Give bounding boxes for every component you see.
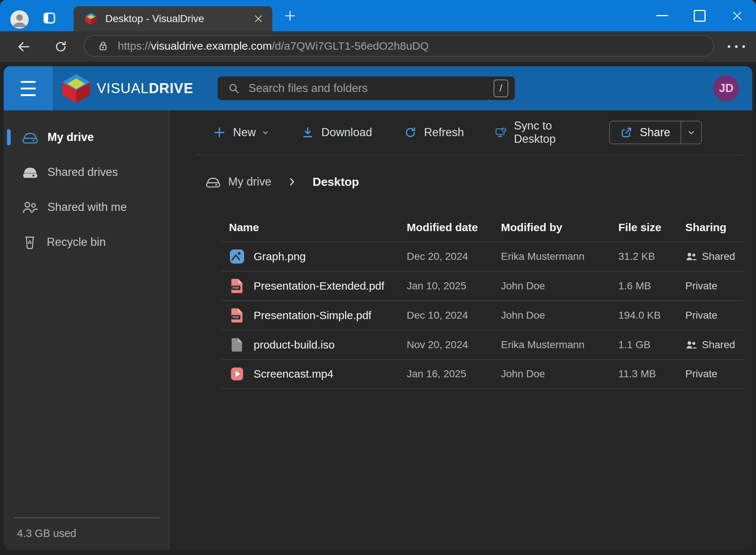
file-name: Presentation-Simple.pdf bbox=[254, 309, 371, 322]
download-button[interactable]: Download bbox=[301, 126, 372, 139]
search-bar[interactable]: / bbox=[218, 77, 515, 100]
close-button[interactable] bbox=[718, 0, 756, 31]
app-header: VISUALDRIVE / JD bbox=[4, 66, 752, 110]
user-avatar[interactable]: JD bbox=[713, 75, 739, 101]
sidebar-divider bbox=[14, 517, 160, 518]
video-file-icon bbox=[229, 366, 245, 382]
browser-tab[interactable]: Desktop - VisualDrive bbox=[74, 6, 272, 31]
refresh-icon bbox=[404, 126, 417, 139]
browser-profile-avatar[interactable] bbox=[10, 10, 29, 29]
tab-title: Desktop - VisualDrive bbox=[105, 13, 204, 25]
sidebar-item-label: My drive bbox=[47, 131, 94, 144]
dot-icon bbox=[728, 45, 730, 48]
table-row[interactable]: Graph.png Dec 20, 2024 Erika Mustermann … bbox=[222, 241, 743, 271]
table-row[interactable]: Screencast.mp4 Jan 16, 2025 John Doe 11.… bbox=[222, 359, 743, 389]
table-row[interactable]: product-build.iso Nov 20, 2024 Erika Mus… bbox=[222, 330, 743, 359]
modified-by: John Doe bbox=[501, 368, 618, 380]
share-label: Share bbox=[640, 126, 670, 139]
hamburger-icon bbox=[21, 81, 36, 83]
column-header-name[interactable]: Name bbox=[229, 221, 407, 234]
file-size: 1.1 GB bbox=[618, 339, 685, 351]
sharing-status: Shared bbox=[702, 339, 735, 351]
browser-navbar: https://visualdrive.example.com/d/a7QWi7… bbox=[0, 31, 756, 62]
toolbar-divider bbox=[196, 155, 743, 155]
browser-window: Desktop - VisualDrive bbox=[0, 0, 756, 555]
sidebar-item-recycle-bin[interactable]: Recycle bin bbox=[4, 231, 169, 254]
new-button[interactable]: New bbox=[213, 126, 269, 139]
share-menu-button[interactable] bbox=[681, 121, 701, 144]
minimize-icon bbox=[656, 15, 668, 16]
breadcrumb-root[interactable]: My drive bbox=[228, 175, 271, 188]
reload-button[interactable] bbox=[54, 40, 68, 54]
image-file-icon bbox=[229, 248, 245, 265]
drive-icon bbox=[205, 175, 221, 188]
refresh-label: Refresh bbox=[424, 126, 464, 139]
share-icon bbox=[620, 126, 633, 139]
action-toolbar: New Download bbox=[170, 110, 752, 155]
back-button[interactable] bbox=[16, 39, 31, 54]
new-tab-button[interactable] bbox=[284, 10, 296, 22]
new-label: New bbox=[233, 126, 256, 139]
close-icon bbox=[732, 10, 743, 21]
brand-first: VISUAL bbox=[97, 81, 149, 96]
maximize-button[interactable] bbox=[681, 0, 718, 31]
sync-desktop-icon bbox=[495, 126, 507, 139]
column-header-modified-date[interactable]: Modified date bbox=[407, 221, 501, 234]
app-logo-icon[interactable] bbox=[61, 73, 92, 104]
sidebar-item-my-drive[interactable]: My drive bbox=[4, 126, 169, 149]
sidebar-item-shared-drives[interactable]: Shared drives bbox=[4, 161, 169, 184]
column-header-file-size[interactable]: File size bbox=[618, 221, 685, 234]
sharing-status: Private bbox=[685, 310, 717, 321]
people-icon bbox=[22, 200, 39, 215]
column-header-sharing[interactable]: Sharing bbox=[685, 221, 743, 234]
sync-to-desktop-button[interactable]: Sync to Desktop bbox=[495, 119, 577, 146]
refresh-button[interactable]: Refresh bbox=[404, 126, 464, 139]
download-icon bbox=[301, 126, 314, 139]
brand-second: DRIVE bbox=[149, 81, 193, 96]
column-header-modified-by[interactable]: Modified by bbox=[501, 221, 618, 234]
pdf-badge: PDF bbox=[233, 315, 239, 319]
hamburger-icon bbox=[21, 94, 36, 96]
sidebar-item-shared-with-me[interactable]: Shared with me bbox=[4, 196, 169, 219]
modified-date: Dec 20, 2024 bbox=[407, 251, 501, 262]
browser-titlebar: Desktop - VisualDrive bbox=[0, 0, 756, 31]
file-name: Presentation-Extended.pdf bbox=[254, 280, 384, 292]
file-table: Name Modified date Modified by File size… bbox=[222, 213, 743, 389]
tab-close-icon[interactable] bbox=[254, 14, 263, 23]
lock-icon bbox=[98, 40, 108, 52]
url-scheme: https:// bbox=[118, 40, 151, 52]
tab-preview-icon[interactable] bbox=[43, 13, 55, 24]
sidebar: My drive Shared drives bbox=[4, 110, 170, 550]
maximize-icon bbox=[694, 10, 706, 22]
share-split-button: Share bbox=[609, 121, 702, 144]
file-size: 31.2 KB bbox=[618, 251, 685, 262]
table-row[interactable]: PDF Presentation-Extended.pdf Jan 10, 20… bbox=[222, 271, 743, 300]
table-row[interactable]: PDF Presentation-Simple.pdf Dec 10, 2024… bbox=[222, 300, 743, 330]
modified-date: Dec 10, 2024 bbox=[407, 310, 501, 321]
person-icon bbox=[10, 10, 29, 29]
breadcrumb: My drive Desktop bbox=[205, 174, 752, 190]
file-size: 194.0 KB bbox=[618, 310, 685, 321]
minimize-button[interactable] bbox=[643, 0, 681, 31]
pdf-badge: PDF bbox=[233, 286, 239, 290]
file-size: 1.6 MB bbox=[618, 280, 685, 292]
page-body: My drive Shared drives bbox=[4, 110, 752, 550]
modified-date: Jan 10, 2025 bbox=[407, 280, 501, 292]
file-name: Screencast.mp4 bbox=[254, 368, 333, 380]
search-input[interactable] bbox=[248, 81, 494, 95]
share-button[interactable]: Share bbox=[610, 121, 681, 144]
pdf-file-icon: PDF bbox=[229, 307, 245, 324]
modified-date: Jan 16, 2025 bbox=[407, 368, 501, 380]
active-indicator bbox=[7, 129, 11, 145]
url-bar[interactable]: https://visualdrive.example.com/d/a7QWi7… bbox=[84, 35, 714, 57]
shared-drives-icon bbox=[22, 165, 39, 180]
breadcrumb-current[interactable]: Desktop bbox=[312, 175, 359, 189]
recycle-bin-icon bbox=[22, 234, 38, 250]
search-shortcut-hint: / bbox=[494, 79, 508, 97]
hamburger-icon bbox=[21, 88, 36, 89]
browser-menu-button[interactable] bbox=[728, 45, 745, 48]
sync-label: Sync to Desktop bbox=[514, 119, 577, 146]
menu-button[interactable] bbox=[4, 66, 53, 110]
chevron-down-icon bbox=[261, 128, 269, 137]
file-name: product-build.iso bbox=[254, 339, 335, 351]
